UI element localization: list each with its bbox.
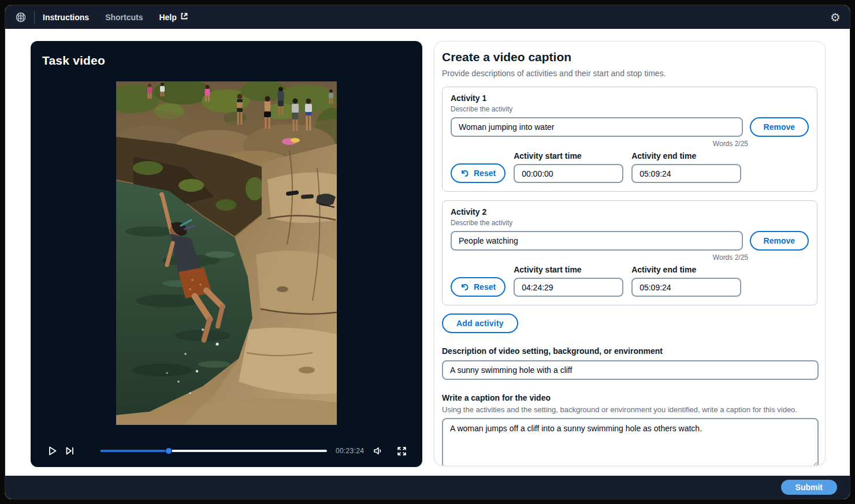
video-frame xyxy=(116,81,337,425)
menu-item-shortcuts[interactable]: Shortcuts xyxy=(105,13,143,22)
menu-item-help[interactable]: Help xyxy=(159,12,188,22)
video-progress-fill xyxy=(101,450,169,452)
activity-2-start-label: Activity start time xyxy=(514,265,623,274)
menu-item-instructions[interactable]: Instructions xyxy=(43,13,89,22)
external-link-icon xyxy=(180,12,188,22)
current-time-label: 00:23:24 xyxy=(336,447,373,455)
setting-description-input[interactable] xyxy=(442,360,819,380)
screen: Instructions Shortcuts Help ⚙ xyxy=(0,0,855,504)
activity-1-end-label: Activity end time xyxy=(631,151,741,160)
app-window: Instructions Shortcuts Help ⚙ xyxy=(5,5,850,499)
footer-bar: Submit xyxy=(5,476,850,499)
activity-1-remove-button[interactable]: Remove xyxy=(750,117,809,137)
help-label: Help xyxy=(159,13,176,22)
reset-label: Reset xyxy=(474,282,496,292)
submit-button[interactable]: Submit xyxy=(781,480,837,495)
activity-1-description-input[interactable] xyxy=(451,117,743,137)
activity-2-end-label: Activity end time xyxy=(631,265,741,274)
setting-description-label: Description of video setting, background… xyxy=(442,346,817,356)
activity-2-description-input[interactable] xyxy=(451,231,743,251)
undo-arrow-icon xyxy=(460,283,469,292)
caption-label: Write a caption for the video xyxy=(442,393,817,402)
activity-2-describe-label: Describe the activity xyxy=(451,219,809,227)
video-progress-bar[interactable] xyxy=(101,442,327,460)
form-title: Create a video caption xyxy=(442,50,817,64)
topbar-divider xyxy=(34,11,35,24)
instructions-label: Instructions xyxy=(43,13,89,22)
progress-track xyxy=(101,450,327,452)
activity-2-end-input[interactable] xyxy=(631,278,741,297)
reset-label: Reset xyxy=(474,169,496,178)
activity-1-start-input[interactable] xyxy=(514,164,623,183)
top-navigation-bar: Instructions Shortcuts Help ⚙ xyxy=(5,5,850,29)
gear-icon[interactable]: ⚙ xyxy=(830,12,841,23)
main-content: Task video xyxy=(5,29,850,476)
activity-1-reset-button[interactable]: Reset xyxy=(451,163,505,183)
activity-card-1: Activity 1 Describe the activity Remove … xyxy=(442,87,817,192)
undo-arrow-icon xyxy=(460,169,469,178)
activity-2-word-count: Words 2/25 xyxy=(451,253,748,262)
play-icon[interactable] xyxy=(46,444,60,458)
activity-1-end-input[interactable] xyxy=(631,164,741,183)
speaker-icon[interactable] xyxy=(370,444,384,458)
caption-form-panel: Create a video caption Provide descripti… xyxy=(434,41,826,466)
activity-2-start-input[interactable] xyxy=(514,278,623,297)
add-activity-button[interactable]: Add activity xyxy=(442,313,518,333)
activity-1-word-count: Words 2/25 xyxy=(451,140,748,148)
shortcuts-label: Shortcuts xyxy=(105,13,143,22)
caption-hint: Using the activities and the setting, ba… xyxy=(442,405,817,414)
activity-card-2: Activity 2 Describe the activity Remove … xyxy=(442,200,817,305)
activity-2-reset-button[interactable]: Reset xyxy=(451,277,505,297)
fullscreen-expand-icon[interactable] xyxy=(395,444,408,458)
activity-2-remove-button[interactable]: Remove xyxy=(750,231,809,251)
activity-1-describe-label: Describe the activity xyxy=(451,105,809,113)
brain-icon xyxy=(14,11,27,24)
task-video-panel: Task video xyxy=(31,41,422,467)
video-progress-knob[interactable] xyxy=(166,448,172,454)
activity-1-title: Activity 1 xyxy=(451,94,809,103)
activity-1-start-label: Activity start time xyxy=(514,151,623,160)
video-panel-title: Task video xyxy=(42,54,105,68)
video-controls: 00:23:24 xyxy=(31,442,422,460)
form-subtitle: Provide descriptions of activities and t… xyxy=(442,69,817,78)
caption-textarea[interactable]: A woman jumps off a cliff into a sunny s… xyxy=(442,418,819,466)
activity-2-title: Activity 2 xyxy=(451,207,809,216)
step-forward-icon[interactable] xyxy=(63,444,77,458)
